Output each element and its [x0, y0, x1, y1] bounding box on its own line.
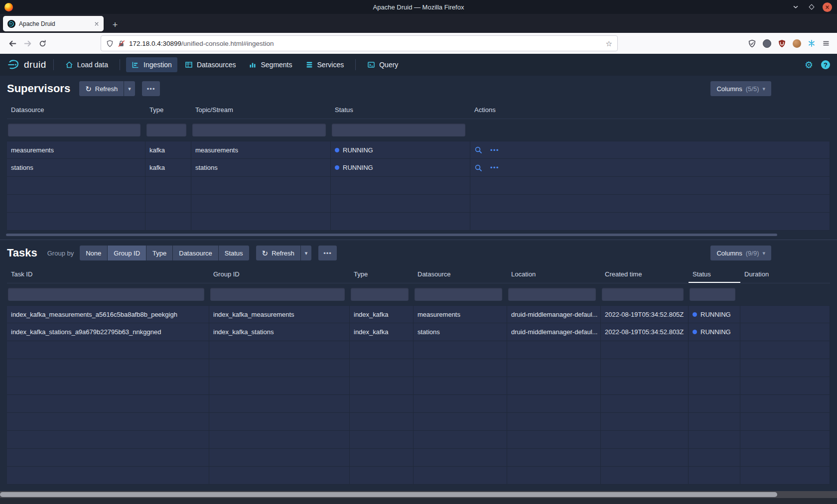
cell-location: druid-middlemanager-defaul... [507, 323, 601, 341]
url-text[interactable]: 172.18.0.4:30899/unified-console.html#in… [129, 40, 602, 47]
tasks-more-button[interactable]: ••• [318, 246, 337, 260]
empty-cell [331, 213, 470, 231]
tasks-refresh-caret-button[interactable]: ▾ [301, 246, 312, 260]
supervisors-refresh-caret-button[interactable]: ▾ [124, 81, 135, 96]
forward-button[interactable] [20, 36, 35, 51]
supervisors-hscrollbar[interactable] [6, 234, 777, 236]
supervisors-filter-status[interactable] [332, 124, 465, 136]
tasks-refresh-button[interactable]: ↻Refresh [256, 246, 300, 260]
column-header-topic-stream[interactable]: Topic/Stream [191, 102, 331, 119]
magnifier-icon[interactable] [474, 146, 482, 154]
column-header-datasource[interactable]: Datasource [7, 102, 145, 119]
column-header-location[interactable]: Location [507, 266, 601, 283]
supervisors-title: Supervisors [7, 82, 70, 95]
nav-ingestion[interactable]: Ingestion [126, 57, 177, 72]
container-extension-icon[interactable] [808, 39, 816, 47]
supervisor-row-measurements[interactable]: measurements kafka measurements RUNNING … [7, 141, 830, 159]
tasks-filter-location[interactable] [508, 288, 596, 301]
columns-label: Columns [716, 85, 742, 93]
gear-icon[interactable]: ⚙ [805, 60, 813, 70]
tasks-filter-created-time[interactable] [602, 288, 684, 301]
nav-label: Query [379, 61, 398, 69]
empty-cell [740, 341, 830, 359]
supervisors-filter-datasource[interactable] [8, 124, 140, 136]
column-header-task-id[interactable]: Task ID [7, 266, 209, 283]
extension-avatar-icon[interactable] [793, 39, 801, 48]
empty-row [7, 377, 830, 395]
column-header-datasource[interactable]: Datasource [414, 266, 507, 283]
empty-cell [601, 359, 689, 377]
nav-load-data[interactable]: Load data [60, 57, 114, 72]
running-status-icon [335, 165, 339, 170]
tasks-filter-task-id[interactable] [8, 288, 204, 301]
tracking-shield-icon[interactable] [106, 40, 114, 47]
empty-cell [689, 449, 740, 467]
empty-row [7, 431, 830, 449]
row-actions-menu-icon[interactable]: ••• [490, 141, 499, 159]
empty-cell [7, 395, 209, 413]
tab-close-icon[interactable] [94, 21, 99, 26]
column-header-actions[interactable]: Actions [470, 102, 830, 119]
maximize-icon [809, 4, 814, 9]
window-minimize-button[interactable] [791, 2, 801, 12]
window-close-button[interactable] [823, 2, 832, 12]
column-header-type[interactable]: Type [145, 102, 191, 119]
tasks-header-row: Task ID Group ID Type Datasource Locatio… [7, 266, 830, 283]
supervisors-filter-topic[interactable] [192, 124, 326, 136]
column-header-type[interactable]: Type [350, 266, 414, 283]
extension-shield-icon[interactable] [748, 39, 756, 48]
group-by-datasource-button[interactable]: Datasource [173, 246, 218, 260]
task-row-measurements[interactable]: index_kafka_measurements_a5616c5ba8afb8b… [7, 305, 830, 323]
browser-tab-apache-druid[interactable]: Apache Druid [3, 16, 104, 31]
nav-datasources[interactable]: Datasources [179, 57, 242, 72]
url-bar[interactable]: 172.18.0.4:30899/unified-console.html#in… [101, 35, 618, 51]
ublock-extension-icon[interactable] [778, 39, 786, 48]
nav-segments[interactable]: Segments [243, 57, 297, 72]
task-row-stations[interactable]: index_kafka_stations_a9a679b22795b63_nnk… [7, 323, 830, 341]
window-maximize-button[interactable] [807, 2, 817, 12]
empty-cell [7, 449, 209, 467]
druid-logo[interactable]: druid [7, 58, 46, 71]
reload-button[interactable] [35, 36, 50, 51]
account-extension-icon[interactable] [763, 39, 771, 48]
column-header-group-id[interactable]: Group ID [209, 266, 350, 283]
tasks-filter-status[interactable] [690, 288, 735, 301]
tasks-filter-datasource[interactable] [415, 288, 502, 301]
group-by-group-id-button[interactable]: Group ID [108, 246, 146, 260]
nav-query[interactable]: Query [362, 57, 404, 72]
empty-cell [7, 467, 209, 485]
nav-services[interactable]: Services [300, 57, 350, 72]
insecure-lock-icon[interactable] [118, 40, 125, 47]
magnifier-icon[interactable] [474, 164, 482, 172]
column-header-created-time[interactable]: Created time [601, 266, 689, 283]
bookmark-star-icon[interactable]: ☆ [606, 40, 612, 47]
supervisors-columns-button[interactable]: Columns (5/5) ▾ [710, 81, 771, 96]
group-by-status-button[interactable]: Status [219, 246, 249, 260]
tasks-filter-group-id[interactable] [210, 288, 345, 301]
back-button[interactable] [5, 36, 20, 51]
column-header-duration[interactable]: Duration [740, 266, 830, 283]
group-by-none-button[interactable]: None [80, 246, 107, 260]
empty-cell [414, 341, 507, 359]
menu-button[interactable] [822, 39, 830, 47]
supervisors-refresh-button[interactable]: ↻Refresh [79, 81, 124, 96]
help-icon[interactable]: ? [821, 60, 830, 69]
empty-cell [7, 195, 145, 213]
columns-label: Columns [716, 250, 742, 257]
column-header-status[interactable]: Status [331, 102, 470, 119]
column-header-status-sorted[interactable]: Status [689, 266, 740, 283]
supervisors-filter-type[interactable] [146, 124, 186, 136]
supervisor-row-stations[interactable]: stations kafka stations RUNNING ••• [7, 159, 830, 177]
new-tab-button[interactable]: + [109, 20, 122, 29]
horizontal-scrollbar-thumb[interactable] [0, 492, 777, 497]
group-by-type-button[interactable]: Type [146, 246, 172, 260]
horizontal-scrollbar[interactable] [0, 491, 837, 498]
tasks-filter-type[interactable] [351, 288, 409, 301]
tab-bar: Apache Druid + [0, 14, 837, 33]
divider [120, 59, 120, 70]
row-actions-menu-icon[interactable]: ••• [490, 159, 499, 176]
tasks-columns-button[interactable]: Columns (9/9) ▾ [710, 246, 771, 260]
supervisors-more-button[interactable]: ••• [142, 81, 160, 96]
empty-cell [601, 467, 689, 485]
tasks-refresh-split: ↻Refresh ▾ [256, 246, 312, 260]
